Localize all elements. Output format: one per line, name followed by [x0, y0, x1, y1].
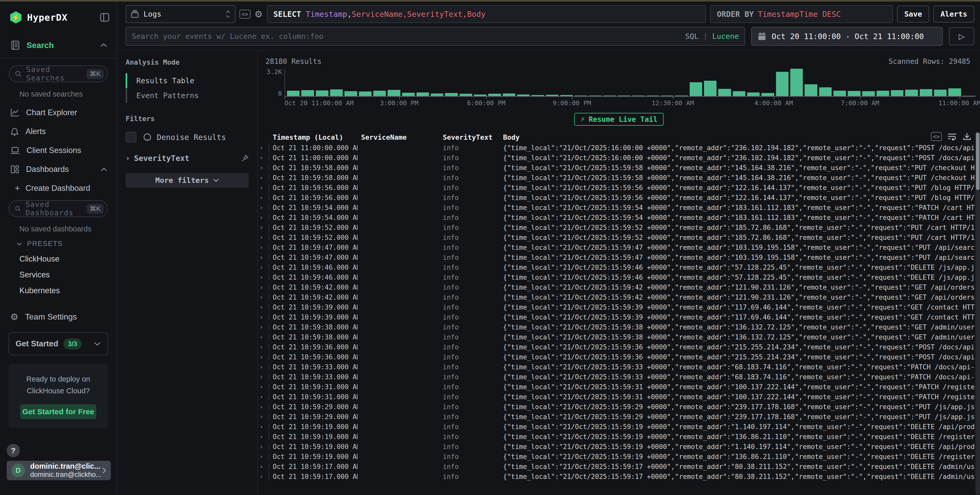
get-started-free-button[interactable]: Get Started for Free	[20, 404, 96, 419]
query-settings-button[interactable]: ⚙	[255, 9, 263, 19]
expand-row-icon[interactable]: ›	[258, 324, 269, 331]
column-header-body[interactable]: Body	[500, 133, 975, 141]
expand-row-icon[interactable]: ›	[258, 204, 269, 211]
table-row[interactable]: › Oct 21 10:59:56.000 AM info {"time_loc…	[258, 183, 975, 193]
expand-row-icon[interactable]: ›	[258, 363, 269, 370]
table-row[interactable]: › Oct 21 10:59:54.000 AM info {"time_loc…	[258, 202, 975, 213]
expand-row-icon[interactable]: ›	[258, 234, 269, 241]
expand-row-icon[interactable]: ›	[258, 403, 269, 410]
table-row[interactable]: › Oct 21 10:59:19.000 AM info {"time_loc…	[258, 422, 975, 432]
user-menu[interactable]: D dominic.tran@clic... dominic.tran@clic…	[6, 461, 111, 480]
alerts-button[interactable]: Alerts	[933, 6, 974, 22]
vertical-scrollbar[interactable]	[975, 132, 980, 495]
resume-live-tail-button[interactable]: ⚡ Resume Live Tail	[574, 113, 663, 126]
preset-item-kubernetes[interactable]: Kubernetes	[19, 286, 116, 295]
lucene-mode-option[interactable]: Lucene	[712, 32, 739, 41]
event-search-input[interactable]: Search your events w/ Lucene ex. column:…	[126, 27, 745, 46]
expand-row-icon[interactable]: ›	[258, 164, 269, 171]
table-row[interactable]: › Oct 21 10:59:46.000 AM info {"time_loc…	[258, 272, 975, 282]
table-row[interactable]: › Oct 21 10:59:19.000 AM info {"time_loc…	[258, 442, 975, 452]
table-row[interactable]: › Oct 21 10:59:38.000 AM info {"time_loc…	[258, 332, 975, 342]
expand-row-icon[interactable]: ›	[258, 144, 269, 151]
source-select[interactable]: Logs	[126, 5, 235, 23]
expand-row-icon[interactable]: ›	[258, 304, 269, 310]
preset-item-clickhouse[interactable]: ClickHouse	[19, 255, 116, 264]
mode-event-patterns[interactable]: Event Patterns	[126, 88, 249, 103]
expand-row-icon[interactable]: ›	[258, 174, 269, 181]
sidebar-item-dashboards[interactable]: Dashboards	[0, 165, 116, 174]
table-row[interactable]: › Oct 21 10:59:36.000 AM info {"time_loc…	[258, 352, 975, 362]
sidebar-item-alerts[interactable]: Alerts	[0, 127, 116, 136]
table-row[interactable]: › Oct 21 10:59:42.000 AM info {"time_loc…	[258, 282, 975, 292]
table-row[interactable]: › Oct 21 10:59:17.000 AM info {"time_loc…	[258, 462, 975, 471]
date-range-picker[interactable]: Oct 20 11:00:00 - Oct 21 11:00:00	[751, 27, 943, 46]
columns-config-icon[interactable]: <>	[931, 132, 942, 141]
preset-item-services[interactable]: Services	[19, 270, 116, 279]
expand-row-icon[interactable]: ›	[258, 384, 269, 390]
table-row[interactable]: › Oct 21 10:59:29.000 AM info {"time_loc…	[258, 402, 975, 412]
expand-row-icon[interactable]: ›	[258, 463, 269, 470]
query-language-toggle[interactable]: SQL | Lucene	[685, 32, 739, 41]
table-row[interactable]: › Oct 21 10:59:31.000 AM info {"time_loc…	[258, 382, 975, 392]
wrap-text-icon[interactable]	[947, 132, 957, 141]
sidebar-item-team-settings[interactable]: ⚙ Team Settings	[10, 312, 116, 322]
expand-row-icon[interactable]: ›	[258, 443, 269, 450]
saved-dashboards-input[interactable]: Saved Dashboards ⌘K	[9, 200, 108, 217]
denoise-results-option[interactable]: Denoise Results	[126, 132, 249, 143]
table-row[interactable]: › Oct 21 10:59:52.000 AM info {"time_loc…	[258, 232, 975, 242]
expand-row-icon[interactable]: ›	[258, 314, 269, 320]
chart-bars[interactable]	[285, 69, 975, 97]
denoise-checkbox[interactable]	[126, 132, 136, 143]
expand-row-icon[interactable]: ›	[258, 373, 269, 380]
sidebar-item-search[interactable]: Search	[0, 40, 116, 50]
expand-row-icon[interactable]: ›	[258, 413, 269, 420]
create-dashboard-button[interactable]: + Create Dashboard	[15, 183, 116, 193]
expand-row-icon[interactable]: ›	[258, 254, 269, 261]
table-row[interactable]: › Oct 21 10:59:36.000 AM info {"time_loc…	[258, 342, 975, 352]
order-by-input[interactable]: ORDER BY TimestampTime DESC	[710, 5, 893, 23]
chevron-up-icon[interactable]	[100, 167, 107, 171]
table-row[interactable]: › Oct 21 10:59:29.000 AM info {"time_loc…	[258, 412, 975, 422]
table-row[interactable]: › Oct 21 10:59:46.000 AM info {"time_loc…	[258, 262, 975, 272]
save-button[interactable]: Save	[897, 6, 929, 22]
expand-row-icon[interactable]: ›	[258, 194, 269, 201]
table-row[interactable]: › Oct 21 10:59:38.000 AM info {"time_loc…	[258, 322, 975, 332]
column-config-button[interactable]: <>	[240, 10, 250, 19]
table-row[interactable]: › Oct 21 10:59:19.000 AM info {"time_loc…	[258, 432, 975, 442]
expand-row-icon[interactable]: ›	[258, 184, 269, 191]
table-row[interactable]: › Oct 21 10:59:54.000 AM info {"time_loc…	[258, 213, 975, 223]
pin-icon[interactable]	[241, 154, 249, 162]
expand-row-icon[interactable]: ›	[258, 334, 269, 341]
more-filters-button[interactable]: More filters	[126, 173, 249, 188]
mode-results-table[interactable]: Results Table	[126, 73, 249, 88]
table-row[interactable]: › Oct 21 10:59:47.000 AM info {"time_loc…	[258, 252, 975, 262]
severity-filter-group[interactable]: › SeverityText	[126, 154, 249, 163]
sidebar-item-client-sessions[interactable]: Client Sessions	[0, 146, 116, 155]
table-row[interactable]: › Oct 21 10:59:33.000 AM info {"time_loc…	[258, 362, 975, 372]
column-header-severitytext[interactable]: SeverityText	[439, 133, 500, 141]
table-row[interactable]: › Oct 21 11:00:00.000 AM info {"time_loc…	[258, 143, 975, 153]
table-row[interactable]: › Oct 21 10:59:39.000 AM info {"time_loc…	[258, 302, 975, 312]
table-row[interactable]: › Oct 21 10:59:19.000 AM info {"time_loc…	[258, 452, 975, 462]
expand-row-icon[interactable]: ›	[258, 453, 269, 460]
expand-row-icon[interactable]: ›	[258, 344, 269, 350]
table-row[interactable]: › Oct 21 10:59:56.000 AM info {"time_loc…	[258, 193, 975, 202]
column-header-servicename[interactable]: ServiceName	[358, 133, 439, 141]
expand-row-icon[interactable]: ›	[258, 393, 269, 400]
run-query-button[interactable]: ▷	[949, 27, 974, 45]
table-row[interactable]: › Oct 21 10:59:58.000 AM info {"time_loc…	[258, 163, 975, 173]
expand-row-icon[interactable]: ›	[258, 154, 269, 161]
sidebar-collapse-icon[interactable]	[100, 13, 109, 22]
expand-row-icon[interactable]: ›	[258, 294, 269, 301]
help-button[interactable]: ?	[6, 444, 20, 457]
table-row[interactable]: › Oct 21 10:59:31.000 AM info {"time_loc…	[258, 392, 975, 402]
table-row[interactable]: › Oct 21 10:59:52.000 AM info {"time_loc…	[258, 223, 975, 232]
table-row[interactable]: › Oct 21 10:59:42.000 AM info {"time_loc…	[258, 292, 975, 302]
table-row[interactable]: › Oct 21 10:59:33.000 AM info {"time_loc…	[258, 372, 975, 382]
column-header-timestamp[interactable]: Timestamp (Local)	[269, 133, 358, 141]
expand-row-icon[interactable]: ›	[258, 274, 269, 281]
expand-row-icon[interactable]: ›	[258, 224, 269, 231]
expand-row-icon[interactable]: ›	[258, 284, 269, 291]
expand-row-icon[interactable]: ›	[258, 433, 269, 440]
expand-row-icon[interactable]: ›	[258, 244, 269, 251]
